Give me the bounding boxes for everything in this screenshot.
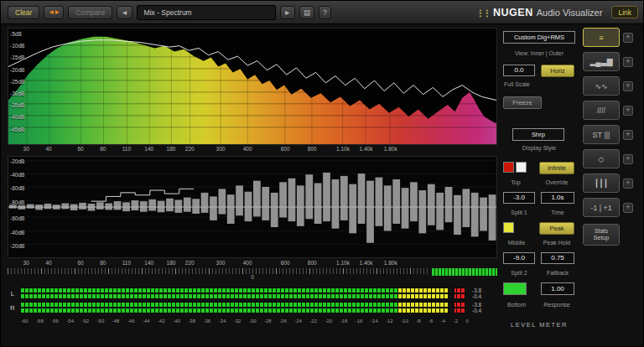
split1-field[interactable]: -3.0 <box>503 192 535 204</box>
brand-name: NUGEN <box>493 7 533 18</box>
brand: ⋮⋮ NUGEN Audio Visualizer <box>476 7 602 18</box>
display-style-select[interactable]: Shrp <box>512 128 564 141</box>
horiz-button[interactable]: Horiz <box>541 65 574 77</box>
prev-preset-button[interactable]: ◄ <box>117 6 132 19</box>
scale-label: -22 <box>309 319 317 324</box>
split-bar <box>480 198 487 231</box>
middle-color-swatch[interactable] <box>503 222 514 233</box>
level-meter-view-button[interactable]: ≡ <box>583 28 620 47</box>
freq-label: 400 <box>243 260 252 266</box>
control-panel: Custom Dig+RMS View: Inner | Outer 0.0 H… <box>502 24 578 347</box>
scale-label: -30 <box>249 319 257 324</box>
spectrum-display[interactable]: -5dB-10dB-15dB-20dB-25dB-30dB-35dB-40dB-… <box>8 28 497 145</box>
top-color-swatch[interactable] <box>503 162 514 173</box>
meter-bar-right[interactable] <box>21 302 467 313</box>
stereo-view-button[interactable]: ST ||| <box>583 125 620 144</box>
waveform-view-button[interactable]: ∿∿ <box>583 76 620 96</box>
add-level-meter-view-button[interactable]: + <box>623 33 633 43</box>
scale-label: -2 <box>454 319 458 324</box>
zoom-ruler[interactable]: 0 <box>8 268 497 280</box>
split-bar <box>349 184 356 234</box>
link-button[interactable]: Link <box>611 6 638 18</box>
scale-value-field[interactable]: 0.0 <box>503 65 535 76</box>
meter-row-right: R -3.8 -0.4 <box>8 301 497 314</box>
view-toggle[interactable]: View: Inner | Outer <box>502 50 576 56</box>
help-button[interactable]: ? <box>319 6 331 19</box>
split-bar <box>174 199 182 212</box>
view-row: ▂▄▃▇+ <box>583 52 643 71</box>
histogram-view-button[interactable]: ▂▄▃▇ <box>583 52 620 71</box>
freeze-button[interactable]: Freeze <box>503 96 542 109</box>
meter-mode-select[interactable]: Custom Dig+RMS <box>503 31 575 44</box>
split-bar <box>454 195 461 235</box>
freq-label: 80 <box>100 146 106 152</box>
scale-label: -50 <box>97 319 105 324</box>
view-row: ┃┃┃+ <box>583 174 643 193</box>
split-bar <box>218 189 226 214</box>
freq-label: 140 <box>144 260 153 266</box>
split-bar <box>166 199 174 211</box>
peak-button[interactable]: Peak <box>539 222 574 235</box>
split-bar <box>305 174 313 219</box>
stats-line2: Setup <box>584 235 619 241</box>
freq-label: 180 <box>167 260 176 266</box>
freq-label: 1.40k <box>360 146 373 152</box>
correlation-view-button[interactable]: -1 | +1 <box>583 198 620 217</box>
scale-label: -10 <box>401 319 408 324</box>
split-bar <box>288 179 296 221</box>
split2-field[interactable]: -9.0 <box>503 252 535 264</box>
led-strip <box>21 288 467 293</box>
scale-label: -6 <box>428 319 433 324</box>
split-display[interactable]: -20dB-40dB-60dB-80dB-60dB-40dB-20dB <box>8 156 497 258</box>
add-stereo-view-button[interactable]: + <box>623 130 633 140</box>
add-vectorscope-view-button[interactable]: + <box>623 154 633 164</box>
scale-label: -12 <box>386 319 393 324</box>
scale-label: -32 <box>234 319 242 324</box>
split-bar <box>148 199 156 211</box>
meter-scale: -60-58-56-54-52-50-48-46-44-42-40-38-36-… <box>21 319 469 324</box>
freq-label: 220 <box>185 146 195 152</box>
add-histogram-view-button[interactable]: + <box>623 57 633 67</box>
meter-readout-left[interactable]: -3.8 -0.4 <box>470 287 496 299</box>
peak-readout: -0.4 <box>472 293 496 299</box>
time-field[interactable]: 1.0s <box>541 192 574 204</box>
scale-label: -24 <box>294 319 302 324</box>
fallback-field[interactable]: 0.75 <box>541 252 574 264</box>
compare-button[interactable]: Compare <box>68 6 112 19</box>
stats-setup-button[interactable]: StatsSetup <box>583 224 620 246</box>
next-preset-button[interactable]: ► <box>280 6 295 19</box>
meter-bar-left[interactable] <box>21 287 467 299</box>
response-field[interactable]: 1.00 <box>541 282 574 295</box>
scale-label: -46 <box>127 319 135 324</box>
bars-view-button[interactable]: ┃┃┃ <box>583 174 620 193</box>
add-bars-view-button[interactable]: + <box>623 179 633 189</box>
time-label: Time <box>541 210 574 215</box>
channel-label-right: R <box>8 304 18 312</box>
add-correlation-view-button[interactable]: + <box>623 203 633 213</box>
swap-button[interactable]: ◄► <box>44 6 64 19</box>
infinite-button[interactable]: Infinite <box>539 162 574 174</box>
level-meter-label: LEVEL METER <box>502 321 576 329</box>
top-label: Top <box>502 179 529 185</box>
vectorscope-view-button[interactable]: ◇ <box>583 149 620 168</box>
top-color-swatch-alt[interactable] <box>516 162 527 173</box>
middle-label: Middle <box>502 240 531 246</box>
preset-selector[interactable]: Mix - Spectrum <box>137 5 276 20</box>
freq-label: 110 <box>122 260 131 266</box>
split-bar <box>96 202 104 210</box>
add-waveform-view-button[interactable]: + <box>623 81 633 91</box>
spectrogram-view-button[interactable]: //// <box>583 101 620 120</box>
view-row: ◇+ <box>583 149 643 168</box>
meter-readout-right[interactable]: -3.8 -0.4 <box>470 302 496 313</box>
rms-readout: -3.8 <box>472 287 496 293</box>
bottom-color-swatch[interactable] <box>503 282 527 295</box>
clear-button[interactable]: Clear <box>8 6 39 19</box>
scale-label: -34 <box>219 319 226 324</box>
menu-button[interactable]: ▤ <box>299 6 314 19</box>
split1-label: Split 1 <box>503 210 535 215</box>
add-spectrogram-view-button[interactable]: + <box>623 106 633 116</box>
response-label: Response <box>538 302 576 308</box>
view-row: ≡+ <box>583 28 643 47</box>
split-bar <box>489 194 496 241</box>
ruler-ticks <box>8 268 428 274</box>
